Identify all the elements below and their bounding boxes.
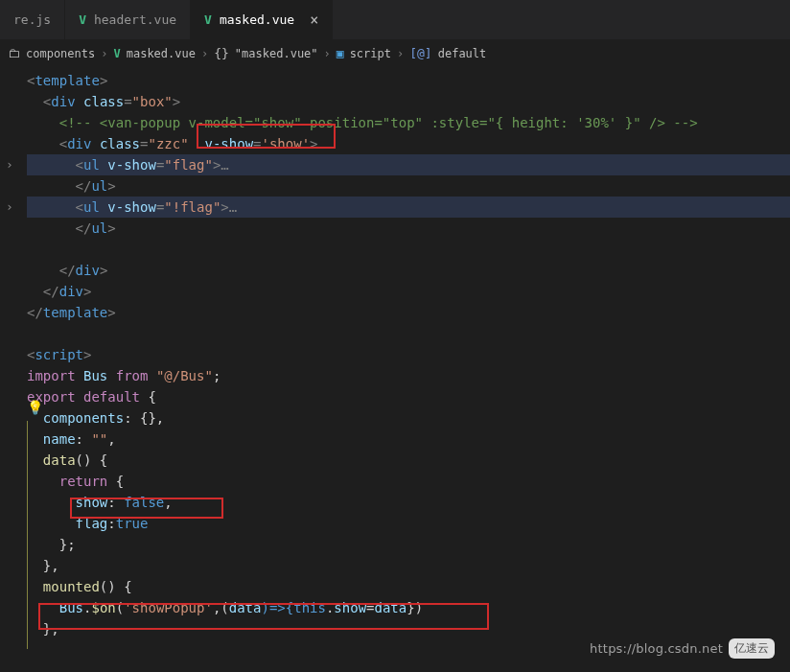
code-line: <div class="zzc" v-show='show'> bbox=[27, 133, 790, 154]
tab-masked[interactable]: V masked.vue × bbox=[191, 0, 333, 39]
code-line: }; bbox=[27, 534, 790, 555]
lightbulb-icon[interactable]: 💡 bbox=[27, 397, 43, 418]
chevron-right-icon: › bbox=[101, 47, 107, 60]
code-line: <ul v-show="flag">… bbox=[27, 154, 790, 175]
code-line: name: "", bbox=[27, 429, 790, 450]
brace-icon: {} bbox=[214, 46, 229, 60]
code-line: <script> bbox=[27, 344, 790, 365]
code-line: export default { bbox=[27, 386, 790, 407]
tab-rejs[interactable]: re.js bbox=[0, 0, 65, 39]
watermark: https://blog.csdn.net 亿速云 bbox=[590, 638, 775, 659]
bracket-icon: [@] bbox=[409, 46, 431, 60]
editor-tabs: re.js V headert.vue V masked.vue × bbox=[0, 0, 790, 40]
tab-label: headert.vue bbox=[94, 12, 176, 27]
watermark-url: https://blog.csdn.net bbox=[590, 641, 723, 656]
vue-icon: V bbox=[204, 12, 212, 27]
code-line: Bus.$on('showPopup',(data)=>{this.show=d… bbox=[27, 597, 790, 618]
tab-label: re.js bbox=[13, 12, 51, 27]
code-line: }, bbox=[27, 618, 790, 639]
vue-icon: V bbox=[113, 47, 120, 60]
chevron-right-icon: › bbox=[324, 47, 331, 60]
code-line: flag:true bbox=[27, 513, 790, 534]
chevron-right-icon: › bbox=[201, 47, 208, 60]
tab-label: masked.vue bbox=[220, 12, 294, 27]
vue-icon: V bbox=[79, 12, 86, 27]
breadcrumb-seg[interactable]: components bbox=[26, 47, 95, 60]
code-line: <!-- <van-popup v-model="show" position=… bbox=[27, 112, 790, 133]
breadcrumb-seg[interactable]: masked.vue bbox=[127, 47, 196, 60]
code-line: mounted() { bbox=[27, 576, 790, 597]
code-line: data() { bbox=[27, 450, 790, 471]
code-line: </template> bbox=[27, 302, 790, 323]
chevron-right-icon: › bbox=[397, 47, 404, 60]
code-line: <ul v-show="!flag">… bbox=[27, 197, 790, 218]
folder-icon: 🗀 bbox=[8, 46, 20, 60]
code-line bbox=[27, 323, 790, 344]
breadcrumb-seg[interactable]: "masked.vue" bbox=[235, 47, 318, 60]
code-line: </ul> bbox=[27, 218, 790, 239]
breadcrumb-seg[interactable]: default bbox=[438, 47, 487, 60]
cube-icon: ▣ bbox=[337, 46, 344, 60]
breadcrumb-seg[interactable]: script bbox=[350, 47, 391, 60]
watermark-brand: 亿速云 bbox=[729, 638, 775, 659]
code-line: show: false, bbox=[27, 492, 790, 513]
tab-headert[interactable]: V headert.vue bbox=[65, 0, 191, 39]
breadcrumb: 🗀 components › V masked.vue › {} "masked… bbox=[0, 40, 790, 66]
code-line: return { bbox=[27, 471, 790, 492]
code-line: components: {}, bbox=[27, 407, 790, 429]
fold-toggle[interactable]: › bbox=[6, 154, 13, 175]
code-line bbox=[27, 239, 790, 260]
fold-toggle[interactable]: › bbox=[6, 197, 13, 218]
code-line: </div> bbox=[27, 260, 790, 281]
close-icon[interactable]: × bbox=[310, 12, 318, 29]
code-line: </ul> bbox=[27, 175, 790, 197]
code-editor[interactable]: <template> <div class="box"> <!-- <van-p… bbox=[0, 66, 790, 659]
code-line: }, bbox=[27, 555, 790, 576]
code-line: <div class="box"> bbox=[27, 91, 790, 112]
code-line: import Bus from "@/Bus"; bbox=[27, 365, 790, 386]
code-line: </div> bbox=[27, 281, 790, 302]
code-line: <template> bbox=[27, 70, 790, 91]
